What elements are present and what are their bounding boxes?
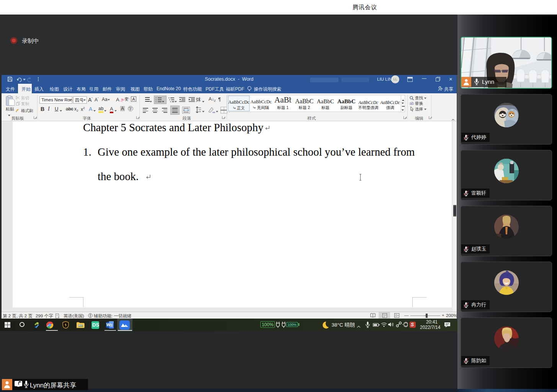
svg-text:W: W [106,322,110,327]
